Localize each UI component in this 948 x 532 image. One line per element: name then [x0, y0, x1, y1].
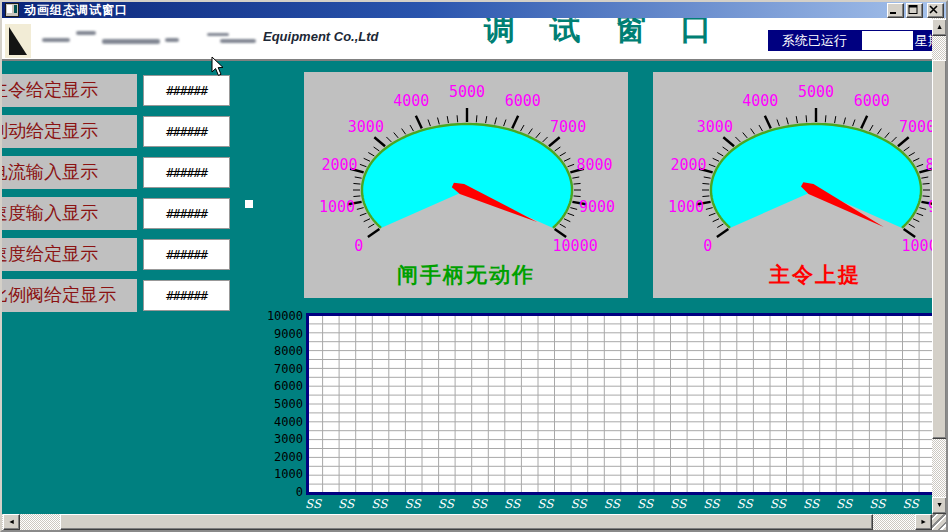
gauge-scale-label: 7000: [550, 118, 586, 136]
gauge-scale-label: 2000: [670, 156, 706, 174]
maximize-button[interactable]: [906, 3, 923, 18]
gauge-minor-tick: [528, 129, 532, 135]
gauge-minor-tick: [521, 125, 525, 131]
vertical-scrollbar-thumb[interactable]: [932, 60, 947, 439]
y-axis-tick-label: 0: [255, 485, 303, 499]
gauge-major-tick: [374, 137, 385, 146]
gauge-minor-tick: [706, 208, 713, 210]
readout-label: 比例阀给定显示: [0, 279, 137, 312]
x-axis-tick-label: SS: [398, 497, 428, 511]
readout-value: ######: [143, 75, 230, 106]
readout-row: 速度给定显示######: [0, 238, 260, 271]
y-axis-tick-label: 6000: [255, 379, 303, 393]
gauge-minor-tick: [777, 120, 779, 127]
gauge-minor-tick: [495, 118, 497, 125]
company-logo: [5, 24, 31, 58]
x-axis-tick-label: SS: [896, 497, 926, 511]
gauge-scale-label: 1000: [319, 198, 355, 216]
y-axis-tick-label: 5000: [255, 397, 303, 411]
y-axis-tick-label: 10000: [255, 309, 303, 323]
gauge-major-tick: [549, 137, 560, 146]
scroll-down-button[interactable]: ▼: [932, 497, 947, 514]
gauge-major-tick: [861, 116, 867, 129]
gauge-scale-label: 10000: [553, 237, 598, 255]
gauge-minor-tick: [904, 147, 910, 151]
gauge-minor-tick: [759, 125, 763, 131]
y-axis-tick-label: 7000: [255, 362, 303, 376]
resize-grip[interactable]: [932, 514, 947, 530]
x-axis-tick-label: SS: [564, 497, 594, 511]
scroll-right-button[interactable]: ►: [915, 514, 932, 530]
gauge-minor-tick: [909, 153, 915, 157]
gauge-minor-tick: [919, 208, 926, 210]
window-title: 动画组态调试窗口: [24, 2, 128, 19]
gauge-minor-tick: [555, 147, 561, 151]
horizontal-scrollbar[interactable]: ◄ ►: [2, 514, 932, 530]
y-axis-tick-label: 3000: [255, 432, 303, 446]
gauge-minor-tick: [447, 116, 448, 123]
gauge-face: [711, 124, 921, 228]
gauge-minor-tick: [909, 224, 915, 228]
gauge-minor-tick: [560, 153, 566, 157]
app-window: 动画组态调试窗口 Equipment Co.: [0, 0, 948, 532]
x-axis-tick-label: SS: [597, 497, 627, 511]
readout-value: ######: [143, 157, 230, 188]
gauge-minor-tick: [892, 137, 897, 142]
gauge-minor-tick: [704, 177, 711, 178]
readout-label: 制动给定显示: [0, 115, 137, 148]
y-axis-tick-label: 8000: [255, 344, 303, 358]
page-title: 调 试 窗 口: [484, 18, 725, 50]
gauge-minor-tick: [709, 164, 716, 166]
gauge-scale-label: 4000: [393, 92, 429, 110]
close-icon: [929, 5, 940, 14]
close-button[interactable]: [927, 3, 944, 18]
gauge-minor-tick: [913, 158, 919, 161]
gauge-minor-tick: [486, 116, 487, 123]
gauge-minor-tick: [702, 183, 709, 184]
gauge-scale-label: 1000: [668, 198, 704, 216]
readout-row: 速度输入显示######: [0, 197, 260, 230]
gauge-major-tick: [717, 229, 728, 237]
x-axis-tick-label: SS: [862, 497, 892, 511]
gauge-minor-tick: [743, 133, 747, 138]
gauge-minor-tick: [437, 118, 439, 125]
gauge-major-tick: [723, 137, 734, 146]
gauge-minor-tick: [574, 183, 581, 184]
runtime-value-field[interactable]: [861, 30, 914, 51]
header-strip: Equipment Co.,Ltd 调 试 窗 口 系统已运行 星期: [2, 18, 946, 61]
scroll-down-icon: ▼: [934, 499, 946, 512]
gauge-minor-tick: [364, 219, 370, 222]
gauge-minor-tick: [806, 115, 807, 122]
x-axis-tick-label: SS: [464, 497, 494, 511]
vertical-scrollbar[interactable]: ▲ ▼: [932, 18, 947, 514]
gauge-minor-tick: [786, 118, 788, 125]
gauge-major-tick: [904, 229, 915, 237]
gauge-minor-tick: [723, 147, 729, 151]
minimize-button[interactable]: [887, 3, 904, 18]
window-controls: [887, 3, 944, 18]
y-axis-tick-label: 4000: [255, 415, 303, 429]
gauge-minor-tick: [368, 224, 374, 228]
gauge-minor-tick: [428, 120, 430, 127]
gauge-minor-tick: [564, 219, 570, 222]
gauge-scale-label: 7000: [899, 118, 935, 136]
scroll-left-icon: ◄: [5, 516, 19, 529]
maximize-icon: [908, 5, 919, 14]
gauge-scale-label: 0: [354, 237, 363, 255]
gauge-major-tick: [368, 229, 379, 237]
readout-row: 比例阀给定显示######: [0, 279, 260, 312]
scroll-left-button[interactable]: ◄: [3, 514, 20, 530]
gauge-minor-tick: [357, 208, 364, 210]
gauge-minor-tick: [536, 133, 540, 138]
horizontal-scrollbar-thumb[interactable]: [60, 514, 873, 530]
readout-value: ######: [143, 239, 230, 270]
gauge-scale-label: 6000: [505, 92, 541, 110]
gauge-minor-tick: [568, 164, 575, 166]
gauge-scale-label: 9000: [579, 198, 615, 216]
x-axis-tick-label: SS: [730, 497, 760, 511]
gauge-minor-tick: [923, 196, 930, 197]
gauge-minor-tick: [504, 120, 506, 127]
gauge-panel-left: 0100020003000400050006000700080009000100…: [304, 72, 628, 298]
scroll-up-button[interactable]: ▲: [932, 19, 947, 36]
gauge-minor-tick: [476, 115, 477, 122]
